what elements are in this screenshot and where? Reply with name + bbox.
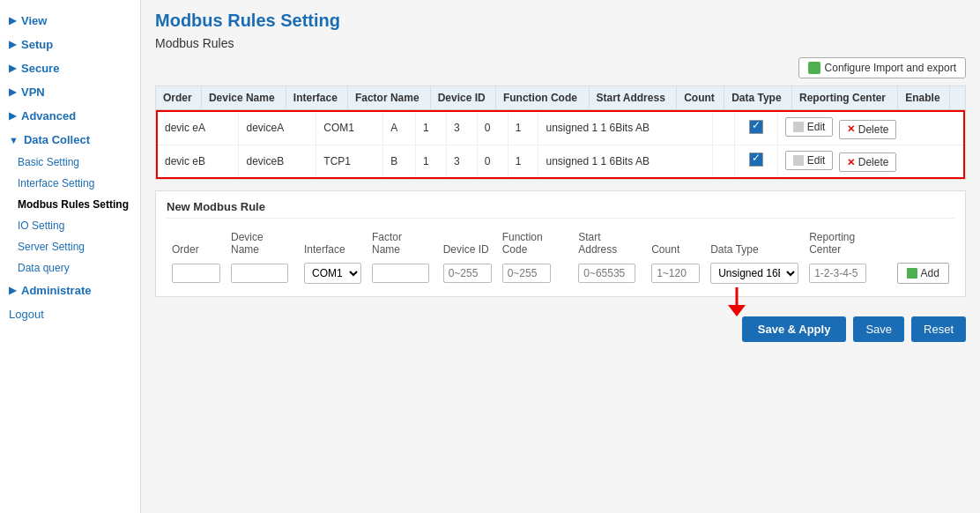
input-reporting-center-cell — [804, 259, 891, 287]
chevron-right-icon: ▶ — [9, 39, 16, 50]
sidebar-item-secure[interactable]: ▶ Secure — [0, 56, 140, 80]
new-rule-title: New Modbus Rule — [167, 200, 954, 219]
count-input[interactable] — [651, 264, 700, 283]
sidebar-item-label: Data Collect — [24, 133, 90, 146]
col-header-device-id: Device ID — [430, 86, 495, 110]
input-device-name-cell — [226, 259, 299, 287]
order-input[interactable] — [172, 264, 220, 283]
sidebar-item-administrate[interactable]: ▶ Administrate — [0, 279, 140, 302]
cell-device-name: deviceA — [239, 112, 316, 145]
new-col-function-code: Function Code — [497, 227, 574, 259]
configure-icon — [808, 62, 820, 74]
new-rule-form-table: Order Device Name Interface Factor Name … — [167, 227, 954, 287]
cell-start-address: 0 — [477, 112, 508, 145]
cell-enable — [735, 112, 778, 145]
cell-order: devic eA — [158, 112, 239, 145]
input-add-cell: Add — [892, 259, 954, 287]
chevron-right-icon: ▶ — [9, 63, 16, 74]
cell-count: 1 — [508, 145, 538, 177]
table-row: devic eB deviceB TCP1 B 1 3 0 1 unsigned… — [158, 145, 963, 177]
delete-button-row2[interactable]: ✕ Delete — [839, 152, 897, 172]
new-col-count: Count — [646, 227, 705, 259]
enable-checkbox[interactable] — [749, 152, 763, 167]
input-count-cell — [646, 259, 705, 287]
cell-device-id: 1 — [416, 112, 447, 145]
delete-icon: ✕ — [847, 157, 855, 168]
cell-order: devic eB — [158, 145, 239, 177]
save-apply-button[interactable]: Save & Apply — [742, 316, 847, 342]
cell-device-name: deviceB — [239, 145, 316, 177]
new-col-interface: Interface — [299, 227, 367, 259]
input-interface-cell: COM1 TCP1 — [299, 259, 367, 287]
sidebar-item-basic-setting[interactable]: Basic Setting — [0, 152, 140, 173]
col-header-reporting-center: Reporting Center — [791, 86, 897, 110]
new-col-device-name: Device Name — [226, 227, 299, 259]
cell-data-type: unsigned 1 1 6Bits AB — [538, 112, 713, 145]
bottom-actions: Save & Apply Save Reset — [155, 308, 966, 346]
edit-button-row1[interactable]: Edit — [785, 117, 834, 137]
configure-import-export-button[interactable]: Configure Import and export — [798, 57, 966, 78]
function-code-input[interactable] — [502, 264, 551, 283]
sidebar-item-label: VPN — [21, 86, 45, 99]
reset-button[interactable]: Reset — [911, 316, 966, 342]
new-rule-row: COM1 TCP1 — [167, 259, 954, 287]
new-col-device-id: Device ID — [438, 227, 497, 259]
sidebar-item-setup[interactable]: ▶ Setup — [0, 33, 140, 56]
cell-interface: TCP1 — [316, 145, 383, 177]
main-content: Modbus Rules Setting Modbus Rules Config… — [141, 0, 980, 513]
sidebar-item-data-collect[interactable]: ▼ Data Collect — [0, 128, 140, 152]
cell-function-code: 3 — [446, 145, 477, 177]
cell-factor-name: B — [383, 145, 416, 177]
save-button[interactable]: Save — [853, 316, 904, 342]
delete-icon: ✕ — [847, 123, 855, 135]
new-col-actions — [892, 227, 954, 259]
sidebar-item-label: Administrate — [21, 284, 91, 297]
chevron-right-icon: ▶ — [9, 110, 16, 122]
sidebar-item-advanced[interactable]: ▶ Advanced — [0, 104, 140, 128]
sidebar-item-view[interactable]: ▶ View — [0, 9, 140, 33]
chevron-down-icon: ▼ — [9, 135, 19, 145]
section-subtitle: Modbus Rules — [155, 36, 966, 50]
new-col-factor-name: Factor Name — [367, 227, 438, 259]
cell-reporting-center — [713, 145, 735, 177]
sidebar-item-io-setting[interactable]: IO Setting — [0, 215, 140, 236]
reporting-center-input[interactable] — [809, 264, 866, 283]
input-function-code-cell — [497, 259, 574, 287]
add-rule-button[interactable]: Add — [897, 263, 949, 284]
device-name-input[interactable] — [231, 264, 288, 283]
cell-enable — [735, 145, 778, 177]
sidebar-item-modbus-rules-setting[interactable]: Modbus Rules Setting — [0, 194, 140, 215]
sidebar: ▶ View ▶ Setup ▶ Secure ▶ VPN ▶ Advanced… — [0, 0, 141, 513]
cell-count: 1 — [508, 112, 538, 145]
sidebar-item-data-query[interactable]: Data query — [0, 257, 140, 279]
input-factor-name-cell — [367, 259, 438, 287]
enable-checkbox[interactable] — [749, 120, 763, 134]
cell-actions: Edit ✕ Delete — [777, 112, 963, 145]
new-col-data-type: Data Type — [705, 227, 804, 259]
sidebar-item-vpn[interactable]: ▶ VPN — [0, 80, 140, 104]
sidebar-item-interface-setting[interactable]: Interface Setting — [0, 173, 140, 194]
start-address-input[interactable] — [578, 264, 635, 283]
edit-button-row2[interactable]: Edit — [785, 151, 834, 170]
edit-icon — [793, 155, 804, 166]
table-row: devic eA deviceA COM1 A 1 3 0 1 unsigned… — [158, 112, 963, 145]
col-header-factor-name: Factor Name — [347, 86, 430, 110]
data-table: devic eA deviceA COM1 A 1 3 0 1 unsigned… — [158, 112, 963, 177]
cell-start-address: 0 — [477, 145, 508, 177]
input-order-cell — [167, 259, 226, 287]
delete-button-row1[interactable]: ✕ Delete — [839, 120, 897, 139]
col-header-interface: Interface — [286, 86, 347, 110]
col-header-function-code: Function Code — [495, 86, 589, 110]
cell-interface: COM1 — [316, 112, 383, 145]
sidebar-logout[interactable]: Logout — [0, 302, 140, 326]
data-type-select[interactable]: Unsigned 16Bits Signed 16Bits Unsigned 3… — [710, 263, 798, 284]
device-id-input[interactable] — [443, 264, 492, 283]
col-header-count: Count — [677, 86, 724, 110]
sidebar-item-server-setting[interactable]: Server Setting — [0, 236, 140, 257]
edit-icon — [793, 122, 804, 132]
factor-name-input[interactable] — [372, 264, 429, 283]
sidebar-item-label: Setup — [21, 38, 53, 51]
interface-select[interactable]: COM1 TCP1 — [304, 263, 361, 284]
sidebar-item-label: Advanced — [21, 109, 76, 123]
rules-table: Order Device Name Interface Factor Name … — [156, 86, 965, 110]
